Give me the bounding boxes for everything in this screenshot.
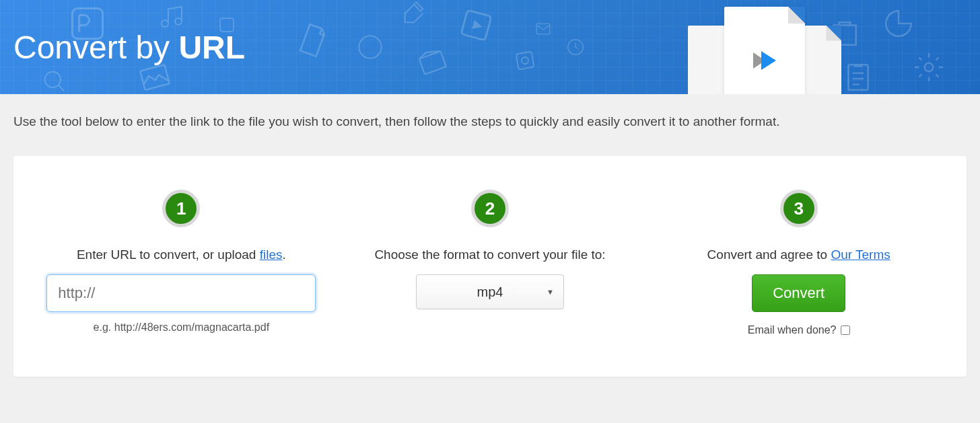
email-when-done-checkbox[interactable]: [841, 325, 850, 335]
email-when-done-label: Email when done?: [748, 324, 837, 336]
play-forward-icon: [753, 51, 776, 70]
step-1-label-post: .: [282, 247, 285, 262]
step-1: 1 Enter URL to convert, or upload files.…: [40, 190, 322, 336]
svg-rect-2: [140, 65, 170, 90]
chevron-down-icon: ▼: [547, 288, 554, 296]
svg-rect-8: [536, 24, 550, 34]
page-title: Convert by URL: [13, 29, 245, 66]
step-1-label-pre: Enter URL to convert, or upload: [77, 247, 260, 262]
email-when-done-row[interactable]: Email when done?: [748, 324, 850, 336]
terms-link[interactable]: Our Terms: [831, 247, 890, 262]
upload-files-link[interactable]: files: [260, 247, 283, 262]
hero-banner: Convert by URL: [0, 0, 980, 94]
url-input[interactable]: [46, 274, 316, 312]
convert-button[interactable]: Convert: [752, 274, 845, 312]
svg-point-11: [925, 63, 934, 72]
converter-card: 1 Enter URL to convert, or upload files.…: [13, 156, 967, 377]
svg-rect-6: [516, 51, 534, 69]
svg-point-7: [521, 56, 529, 65]
page-title-bold: URL: [178, 30, 245, 65]
step-3-label-pre: Convert and agree to: [707, 247, 831, 262]
format-select[interactable]: mp4 ▼: [416, 274, 564, 309]
format-selected-value: mp4: [477, 284, 503, 300]
step-3-badge: 3: [780, 190, 818, 227]
hero-document-graphic: [643, 7, 886, 94]
step-2-badge: 2: [471, 190, 509, 227]
step-3: 3 Convert and agree to Our Terms Convert…: [658, 190, 940, 336]
step-2: 2 Choose the format to convert your file…: [349, 190, 631, 336]
page-title-prefix: Convert by: [13, 30, 178, 65]
intro-text: Use the tool below to enter the link to …: [0, 94, 980, 143]
step-1-label: Enter URL to convert, or upload files.: [77, 247, 286, 262]
url-example: e.g. http://48ers.com/magnacarta.pdf: [94, 321, 269, 334]
step-3-label: Convert and agree to Our Terms: [707, 247, 890, 262]
step-1-badge: 1: [162, 190, 200, 227]
step-2-label: Choose the format to convert your file t…: [374, 247, 605, 262]
svg-point-1: [45, 72, 61, 87]
